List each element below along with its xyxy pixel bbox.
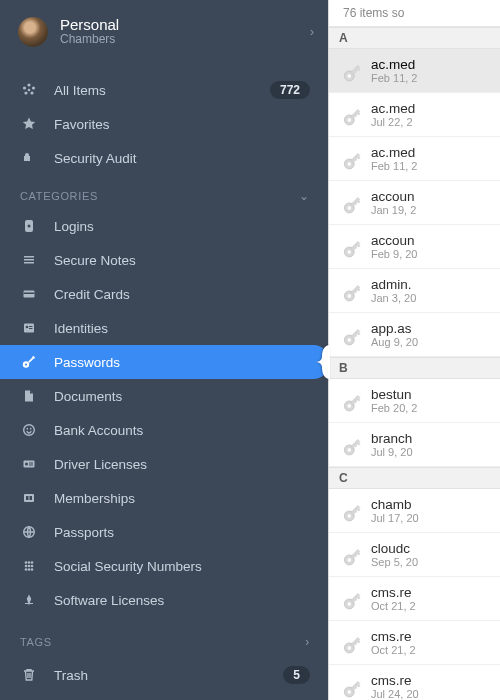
membership-icon — [20, 489, 38, 507]
sidebar-item-secure-notes[interactable]: Secure Notes — [0, 243, 328, 277]
sidebar-item-passports[interactable]: Passports — [0, 515, 328, 549]
list-item[interactable]: branchJul 9, 20 — [329, 423, 500, 467]
key-icon — [335, 56, 365, 86]
item-title: ac.med — [371, 145, 417, 160]
svg-point-37 — [25, 568, 28, 571]
list-item[interactable]: cms.reOct 21, 2 — [329, 621, 500, 665]
list-item[interactable]: cms.reOct 21, 2 — [329, 577, 500, 621]
item-title: admin. — [371, 277, 416, 292]
sidebar-item-security-audit[interactable]: Security Audit — [0, 141, 328, 175]
key-icon — [335, 584, 365, 614]
vault-switcher[interactable]: Personal Chambers › — [0, 0, 328, 59]
item-title: app.as — [371, 321, 418, 336]
item-subtitle: Feb 11, 2 — [371, 160, 417, 172]
svg-point-22 — [24, 425, 35, 436]
bank-icon — [20, 421, 38, 439]
avatar — [18, 17, 48, 47]
sidebar-item-logins[interactable]: Logins — [0, 209, 328, 243]
section-label: CATEGORIES — [20, 190, 299, 202]
svg-point-15 — [26, 326, 29, 329]
svg-point-36 — [31, 561, 34, 564]
vault-name: Personal — [60, 16, 310, 33]
svg-point-39 — [31, 568, 34, 571]
item-subtitle: Jul 24, 20 — [371, 688, 419, 700]
svg-point-24 — [25, 463, 28, 466]
list-item[interactable]: cms.reJul 24, 20 — [329, 665, 500, 700]
sidebar-item-label: Trash — [54, 668, 283, 683]
item-title: cms.re — [371, 585, 416, 600]
list-item[interactable]: ac.medJul 22, 2 — [329, 93, 500, 137]
sidebar-item-passwords[interactable]: Passwords — [0, 345, 330, 379]
sidebar-item-label: Passwords — [54, 355, 312, 370]
sidebar-item-label: Logins — [54, 219, 310, 234]
item-title: cms.re — [371, 673, 419, 688]
document-icon — [20, 387, 38, 405]
key-icon — [335, 276, 365, 306]
item-count-header: 76 items so — [329, 0, 500, 27]
key-icon — [335, 232, 365, 262]
item-title: cms.re — [371, 629, 416, 644]
trash-count: 5 — [283, 666, 310, 684]
item-subtitle: Jan 19, 2 — [371, 204, 416, 216]
sidebar-item-memberships[interactable]: Memberships — [0, 481, 328, 515]
section-header-B: B — [329, 357, 500, 379]
categories-header[interactable]: CATEGORIES ⌄ — [0, 175, 328, 209]
svg-rect-6 — [24, 156, 29, 161]
passport-icon — [20, 523, 38, 541]
item-subtitle: Sep 5, 20 — [371, 556, 418, 568]
item-title: cloudc — [371, 541, 418, 556]
ssn-icon — [20, 557, 38, 575]
sidebar-item-favorites[interactable]: Favorites — [0, 107, 328, 141]
svg-point-34 — [25, 561, 28, 564]
list-item[interactable]: accounJan 19, 2 — [329, 181, 500, 225]
svg-rect-13 — [24, 293, 35, 295]
sidebar-item-label: Documents — [54, 389, 310, 404]
key-icon — [335, 540, 365, 570]
sidebar-item-social-security-numbers[interactable]: Social Security Numbers — [0, 549, 328, 583]
security-audit-icon — [20, 149, 38, 167]
list-item[interactable]: bestunFeb 20, 2 — [329, 379, 500, 423]
sidebar-item-software-licenses[interactable]: Software Licenses — [0, 583, 328, 617]
sidebar-item-all[interactable]: All Items 772 — [0, 73, 328, 107]
software-icon — [20, 591, 38, 609]
svg-point-5 — [28, 89, 31, 92]
sidebar-item-label: Credit Cards — [54, 287, 310, 302]
svg-rect-11 — [24, 262, 34, 264]
list-item[interactable]: cloudcSep 5, 20 — [329, 533, 500, 577]
svg-point-4 — [30, 91, 33, 94]
list-item[interactable]: app.asAug 9, 20 — [329, 313, 500, 357]
note-icon — [20, 251, 38, 269]
license-icon — [20, 455, 38, 473]
svg-point-8 — [28, 225, 31, 228]
item-title: bestun — [371, 387, 417, 402]
sidebar-item-credit-cards[interactable]: Credit Cards — [0, 277, 328, 311]
list-item[interactable]: ac.medFeb 11, 2 — [329, 49, 500, 93]
svg-point-0 — [27, 83, 30, 86]
svg-rect-27 — [24, 494, 34, 502]
list-item[interactable]: ac.medFeb 11, 2 — [329, 137, 500, 181]
key-icon — [335, 628, 365, 658]
list-item[interactable]: chambJul 17, 20 — [329, 489, 500, 533]
sidebar-item-label: Favorites — [54, 117, 310, 132]
svg-rect-25 — [29, 463, 33, 464]
svg-rect-17 — [29, 328, 33, 329]
sidebar-item-identities[interactable]: Identities — [0, 311, 328, 345]
star-icon — [20, 115, 38, 133]
sidebar-item-documents[interactable]: Documents — [0, 379, 328, 413]
key-icon — [335, 100, 365, 130]
sidebar-item-label: Identities — [54, 321, 310, 336]
tags-header[interactable]: TAGS › — [0, 617, 328, 655]
list-item[interactable]: admin.Jan 3, 20 — [329, 269, 500, 313]
chevron-right-icon: › — [310, 25, 314, 39]
item-subtitle: Jul 9, 20 — [371, 446, 413, 458]
svg-point-2 — [32, 86, 35, 89]
sidebar-item-label: All Items — [54, 83, 270, 98]
sidebar-item-trash[interactable]: Trash 5 — [0, 658, 328, 692]
credit-card-icon — [20, 285, 38, 303]
sidebar-item-bank-accounts[interactable]: Bank Accounts — [0, 413, 328, 447]
key-icon — [335, 672, 365, 701]
sidebar-item-driver-licenses[interactable]: Driver Licenses — [0, 447, 328, 481]
svg-rect-28 — [26, 496, 29, 500]
sidebar-item-label: Bank Accounts — [54, 423, 310, 438]
list-item[interactable]: accounFeb 9, 20 — [329, 225, 500, 269]
